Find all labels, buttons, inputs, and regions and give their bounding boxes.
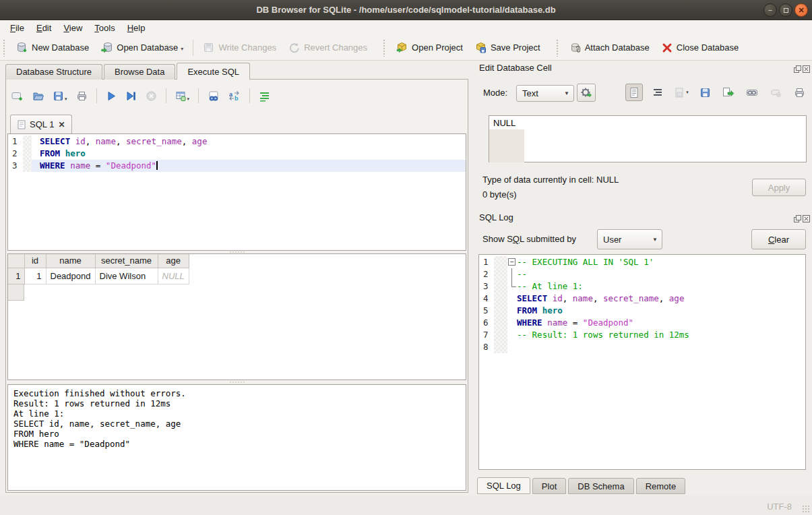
results-col-id[interactable]: id	[24, 254, 46, 268]
menu-edit[interactable]: Edit	[30, 22, 57, 34]
stop-execution-button	[146, 90, 157, 102]
window-title: DB Browser for SQLite - /home/user/code/…	[0, 0, 812, 20]
menu-file[interactable]: File	[4, 22, 30, 34]
results-col-age[interactable]: age	[158, 254, 189, 268]
dock-tab-sql-log[interactable]: SQL Log	[477, 477, 530, 494]
toolbar-drag-handle[interactable]	[383, 39, 386, 57]
statusbar: UTF-8	[0, 495, 812, 515]
main-toolbar: New Database Open Database ▾ Write Chang…	[0, 35, 812, 61]
execute-all-button[interactable]	[106, 90, 117, 102]
import-file-icon	[674, 87, 685, 98]
splitter-handle-dots	[229, 251, 245, 253]
splitter-handle-dots	[229, 382, 245, 383]
cell-age[interactable]: NULL	[158, 268, 189, 284]
sql-document-icon	[18, 120, 26, 129]
float-dock-icon	[794, 215, 801, 222]
row-header[interactable]: 1	[8, 268, 24, 284]
tab-database-structure[interactable]: Database Structure	[5, 64, 102, 80]
tab-execute-sql[interactable]: Execute SQL	[177, 63, 250, 80]
results-header-row: id name secret_name age	[8, 254, 189, 268]
dock-tab-remote[interactable]: Remote	[636, 478, 686, 494]
save-project-icon	[475, 42, 487, 53]
print-icon	[76, 90, 88, 102]
set-null-button	[767, 84, 784, 101]
sql-editor[interactable]: 1SELECT id, name, secret_name, age2FROM …	[7, 133, 466, 251]
open-database-button[interactable]: Open Database ▾	[95, 38, 189, 57]
cell-value-editor[interactable]: NULL	[489, 115, 807, 162]
sql-log-close-button[interactable]	[803, 214, 811, 222]
copy-link-button[interactable]	[743, 84, 761, 101]
menu-tools[interactable]: Tools	[88, 22, 121, 34]
sql-file-tab-label: SQL 1	[30, 119, 54, 129]
open-in-external-button[interactable]	[720, 84, 737, 101]
new-database-button[interactable]: New Database	[10, 38, 95, 57]
svg-text:b: b	[235, 95, 239, 102]
sql-toolbar: ▾ ▾ ab	[11, 86, 270, 105]
find-button[interactable]	[208, 90, 220, 102]
print-cell-button[interactable]	[790, 84, 808, 101]
sql-file-tab[interactable]: SQL 1 ✕	[10, 115, 72, 133]
word-wrap-button[interactable]	[649, 84, 666, 101]
attach-database-button[interactable]: Attach Database	[563, 38, 656, 57]
results-col-secret-name[interactable]: secret_name	[95, 254, 158, 268]
results-col-name[interactable]: name	[46, 254, 95, 268]
toolbar-drag-handle[interactable]	[556, 39, 559, 57]
stop-icon	[146, 90, 157, 102]
replace-button[interactable]: ab	[228, 90, 241, 102]
dock-tabbar: SQL Log Plot DB Schema Remote	[477, 477, 687, 494]
sql-log-view: 1−-- EXECUTING ALL IN 'SQL 1'2--3-- At l…	[478, 254, 806, 470]
open-sql-file-button[interactable]	[32, 90, 44, 102]
close-button[interactable]: ✕	[794, 3, 808, 17]
edit-cell-float-button[interactable]	[794, 65, 802, 73]
gear-icon	[580, 87, 592, 99]
open-project-button[interactable]: Open Project	[390, 38, 469, 57]
resize-grip[interactable]	[802, 505, 810, 513]
format-sql-button[interactable]	[259, 90, 270, 102]
menu-view[interactable]: View	[57, 22, 88, 34]
code-line: 1−-- EXECUTING ALL IN 'SQL 1'	[479, 256, 805, 268]
menu-help[interactable]: Help	[121, 22, 152, 34]
new-sql-tab-button[interactable]	[11, 90, 24, 102]
export-cell-data-button[interactable]	[696, 84, 714, 101]
maximize-button[interactable]	[779, 3, 792, 17]
toolbar-drag-handle[interactable]	[3, 39, 6, 57]
open-database-dropdown-icon[interactable]: ▾	[181, 46, 183, 53]
write-changes-icon	[203, 42, 214, 53]
cell-name[interactable]: Deadpond	[46, 268, 95, 284]
sql-log-float-button[interactable]	[794, 214, 802, 222]
save-results-button[interactable]: ▾	[175, 90, 190, 102]
close-database-button[interactable]: Close Database	[656, 39, 745, 57]
save-project-label: Save Project	[491, 42, 540, 53]
save-sql-file-button[interactable]: ▾	[53, 90, 67, 102]
sql-log-filter-label: Show SQL submitted by	[482, 234, 576, 244]
text-mode-button[interactable]	[625, 84, 643, 101]
maximize-icon	[784, 8, 788, 13]
new-database-icon	[16, 42, 28, 53]
fold-collapse-icon[interactable]: −	[508, 258, 516, 266]
cell-secret-name[interactable]: Dive Wilson	[95, 268, 158, 284]
results-corner[interactable]	[8, 254, 24, 268]
save-results-dropdown-icon[interactable]: ▾	[187, 96, 190, 102]
print-sql-button[interactable]	[76, 90, 88, 102]
code-line: 8	[479, 341, 805, 353]
execute-current-line-button[interactable]	[125, 90, 137, 102]
tab-browse-data[interactable]: Browse Data	[104, 64, 175, 80]
dock-tab-plot[interactable]: Plot	[532, 478, 566, 494]
minimize-button[interactable]: −	[763, 3, 777, 17]
dock-tab-db-schema[interactable]: DB Schema	[568, 478, 633, 494]
cell-id[interactable]: 1	[24, 268, 46, 284]
sql-log-filter-select[interactable]: User ▼	[597, 229, 662, 249]
auto-mode-button[interactable]	[577, 84, 596, 102]
results-message-splitter[interactable]	[7, 381, 466, 384]
cell-editor-margin	[489, 129, 524, 162]
clear-log-button[interactable]: Clear	[751, 229, 806, 249]
open-project-icon	[396, 42, 408, 53]
mode-select[interactable]: Text ▼	[516, 85, 574, 102]
edit-cell-close-button[interactable]	[803, 65, 811, 73]
encoding-indicator[interactable]: UTF-8	[767, 502, 792, 512]
menubar: File Edit View Tools Help	[0, 20, 812, 35]
save-project-button[interactable]: Save Project	[469, 38, 546, 57]
cell-type-info: Type of data currently in cell: NULL	[482, 175, 619, 185]
sql-tab-close-icon[interactable]: ✕	[58, 120, 65, 129]
save-sql-dropdown-icon[interactable]: ▾	[65, 96, 67, 102]
